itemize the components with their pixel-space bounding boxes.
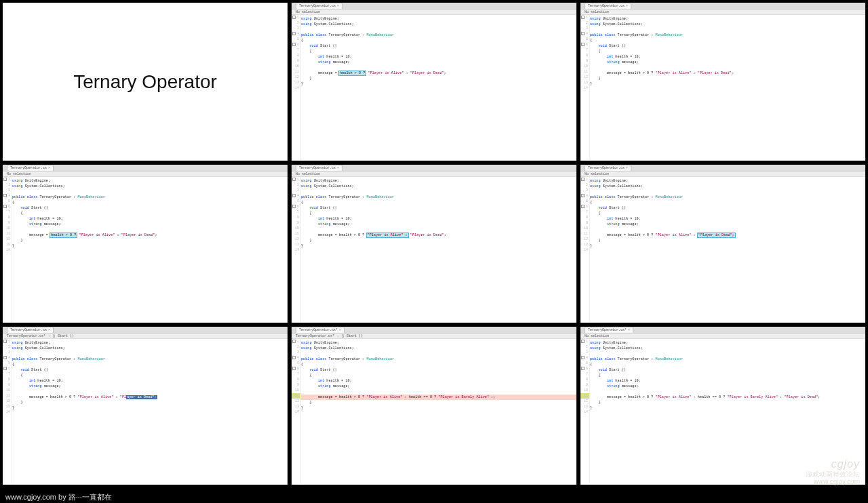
video-frame-grid: Ternary Operator TernaryOperator.cs × No…	[0, 0, 868, 487]
fold-icon[interactable]: -	[292, 16, 296, 19]
code-editor[interactable]: -1 2 3 -4 5 -6 7 8 9 10 11 12 13 14 usin…	[292, 15, 576, 161]
close-icon[interactable]: ×	[48, 166, 50, 170]
close-icon[interactable]: ×	[626, 4, 628, 8]
close-icon[interactable]: ×	[337, 166, 339, 170]
breadcrumb[interactable]: TernaryOperator.cs* › ⨀ Start ()	[3, 334, 288, 339]
breadcrumb: No selection	[292, 9, 576, 15]
tab-label: TernaryOperator.cs	[299, 4, 336, 8]
close-icon[interactable]: ×	[48, 328, 50, 332]
close-icon[interactable]: ×	[628, 328, 630, 332]
title-text: Ternary Operator	[73, 71, 217, 93]
breadcrumb-text: No selection	[296, 10, 320, 14]
method-icon: ⨀	[342, 334, 344, 338]
file-tab[interactable]: TernaryOperator.cs ×	[296, 3, 342, 9]
code-body[interactable]: using UnityEngine; using System.Collecti…	[301, 15, 576, 161]
file-tab[interactable]: TernaryOperator.cs×	[7, 165, 54, 171]
tab-bar: TernaryOperator.cs ×	[292, 3, 576, 9]
file-tab[interactable]: TernaryOperator.cs×	[7, 327, 54, 333]
editor-pane-7: TernaryOperator.cs× TernaryOperator.cs* …	[1, 325, 289, 486]
breadcrumb[interactable]: TernaryOperator.cs* › ⨀ Start ()	[292, 334, 576, 339]
editor-pane-6: TernaryOperator.cs× No selection -123-45…	[579, 163, 867, 324]
editor-pane-8: TernaryOperator.cs*× TernaryOperator.cs*…	[290, 325, 578, 486]
close-icon[interactable]: ×	[337, 4, 339, 8]
close-icon[interactable]: ×	[626, 166, 628, 170]
file-tab[interactable]: TernaryOperator.cs×	[585, 3, 631, 9]
editor-pane-5: TernaryOperator.cs× No selection -123-45…	[290, 163, 578, 324]
editor-pane-3: TernaryOperator.cs× No selection -123-45…	[579, 1, 867, 162]
editor-pane-9: TernaryOperator.cs*× No selection -123-4…	[579, 325, 867, 486]
method-icon: ⨀	[53, 334, 55, 338]
file-tab[interactable]: TernaryOperator.cs×	[585, 165, 631, 171]
fold-icon[interactable]: -	[292, 32, 296, 35]
file-tab[interactable]: TernaryOperator.cs×	[296, 165, 342, 171]
fold-icon[interactable]: -	[292, 43, 296, 46]
line-gutter: -1 2 3 -4 5 -6 7 8 9 10 11 12 13 14	[292, 15, 301, 161]
slide-title: Ternary Operator	[1, 1, 289, 162]
file-tab[interactable]: TernaryOperator.cs*×	[296, 327, 344, 333]
close-icon[interactable]: ×	[339, 328, 341, 332]
file-tab[interactable]: TernaryOperator.cs*×	[585, 327, 633, 333]
editor-pane-4: TernaryOperator.cs× No selection -123-45…	[1, 163, 289, 324]
editor-pane-2: TernaryOperator.cs × No selection -1 2 3…	[290, 1, 578, 162]
